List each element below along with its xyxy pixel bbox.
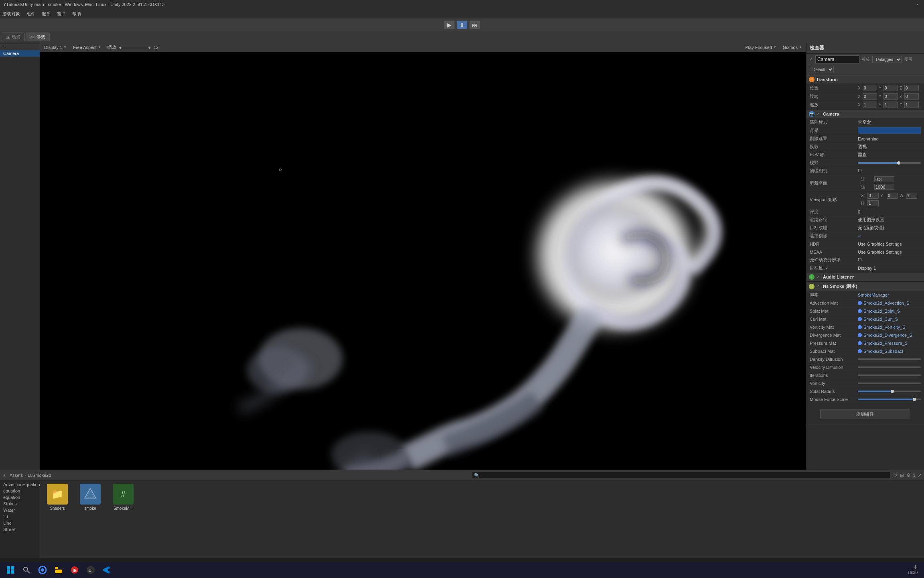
tab-game[interactable]: 🎮 游戏 [26,33,50,41]
background-color-swatch[interactable] [858,127,921,134]
filter-icon[interactable]: ⊞ [900,472,904,478]
tag-select[interactable]: Untagged [872,56,902,63]
object-name-input[interactable] [815,55,859,63]
close-button[interactable]: × [914,1,921,8]
fov-slider-container[interactable] [858,162,921,164]
vp-y-input[interactable] [887,193,898,199]
breadcrumb-assets[interactable]: Assets [10,473,23,478]
menu-item-component[interactable]: 组件 [26,11,35,17]
menu-item-services[interactable]: 服务 [42,11,51,17]
list-item-5[interactable]: 2d [0,513,40,520]
transform-header[interactable]: ↔ Transform [806,75,924,84]
step-button[interactable]: ⏭ [469,20,480,29]
msaa-value[interactable]: Use Graphics Settings [858,250,921,254]
audio-listener-header[interactable]: ♪ ✓ Audio Listener [806,273,924,281]
asset-search-input[interactable] [472,472,890,479]
gizmos-selector[interactable]: Gizmos ▼ [781,45,804,50]
taskbar-chrome[interactable] [35,564,50,576]
vp-w-input[interactable] [906,193,917,199]
velocity-diffusion-track[interactable] [858,366,921,368]
settings-icon[interactable]: ⚙ [906,472,911,478]
audio-enabled-check[interactable]: ✓ [816,275,820,280]
mouse-force-scale-track[interactable] [858,399,921,400]
aspect-selector[interactable]: Free Aspect ▼ [71,45,103,50]
taskbar-app3[interactable]: IE [67,564,82,576]
play-button[interactable]: ▶ [444,20,455,29]
vp-x-input[interactable] [867,193,879,199]
pause-button[interactable]: ⏸ [456,20,468,29]
divergence-mat-value[interactable]: Smoke2d_Divergence_S [863,333,912,338]
list-item-7[interactable]: Street [0,526,40,533]
occlusion-check[interactable] [858,234,921,238]
info-icon[interactable]: ℹ [913,472,915,478]
asset-item-shaders[interactable]: 📁 Shaders [43,484,71,511]
physical-camera-check[interactable]: ☐ [858,168,921,173]
script-value[interactable]: SmokeManager [858,293,889,297]
taskbar-search[interactable] [19,564,34,576]
list-item-3[interactable]: Stokes [0,501,40,507]
fov-slider[interactable] [858,162,921,164]
rotation-y-input[interactable] [883,93,898,100]
target-texture-value[interactable]: 无 (渲染纹理) [858,225,921,231]
asset-item-smokemanager[interactable]: # SmokeM... [109,484,137,511]
vorticity-mat-value[interactable]: Smoke2d_Vorticity_S [863,325,906,330]
curl-mat-value[interactable]: Smoke2d_Curl_S [863,317,898,322]
mouse-force-scale-slider[interactable] [858,399,921,400]
refresh-icon[interactable]: ⟳ [894,472,898,478]
scale-control[interactable]: 缩放 ●——————● 1x [106,44,160,51]
rotation-z-input[interactable] [904,93,919,100]
fov-axis-value[interactable]: 垂直 [858,152,921,158]
display-selector[interactable]: Display 1 ▼ [43,45,68,50]
projection-value[interactable]: 透视 [858,144,921,150]
layer-select[interactable]: Default [809,66,834,73]
depth-value[interactable]: 0 [858,210,921,214]
splat-mat-value[interactable]: Smoke2d_Splat_S [863,309,900,313]
iterations-track[interactable] [858,374,921,376]
list-item-4[interactable]: Water [0,507,40,513]
clipping-near-input[interactable] [874,176,894,182]
rotation-x-input[interactable] [863,93,877,100]
target-display-value[interactable]: Display 1 [858,266,921,271]
list-item-0[interactable]: AdvectionEquation [0,481,40,488]
camera-enabled-check[interactable]: ✓ [816,112,820,117]
scale-z-input[interactable] [904,102,919,108]
taskbar-unity[interactable]: U [83,564,98,576]
list-item-6[interactable]: Line [0,520,40,526]
vp-h-input[interactable] [867,200,879,206]
velocity-diffusion-slider[interactable] [858,366,921,368]
taskbar-explorer[interactable] [51,564,66,576]
asset-item-smoke[interactable]: smoke [76,484,104,511]
menu-item-window[interactable]: 窗口 [57,11,66,17]
clipping-far-input[interactable] [874,184,894,190]
splat-radius-slider[interactable] [858,391,921,392]
advection-mat-value[interactable]: Smoke2d_Advection_S [863,301,909,305]
density-diffusion-track[interactable] [858,358,921,360]
hdr-value[interactable]: Use Graphics Settings [858,242,921,246]
breadcrumb-smoke2d[interactable]: 10Smoke2d [28,473,51,478]
list-item-1[interactable]: equation [0,488,40,494]
menu-item-help[interactable]: 帮助 [72,11,81,17]
bottom-panel-expand[interactable]: ▲ [2,473,6,477]
dynamic-resolution-check[interactable]: ☐ [858,257,921,263]
clear-flags-value[interactable]: 天空盒 [858,119,921,125]
position-y-input[interactable] [883,85,898,91]
scale-x-input[interactable] [863,102,877,108]
list-item-2[interactable]: equation [0,494,40,501]
smoke-enabled-check[interactable]: ✓ [816,284,820,289]
hierarchy-item-camera[interactable]: Camera [0,50,40,57]
iterations-slider[interactable] [858,374,921,376]
taskbar-vscode[interactable] [99,564,114,576]
add-component-button[interactable]: 添加组件 [820,409,910,419]
splat-radius-track[interactable] [858,391,921,392]
tab-scene[interactable]: ⛰ 场景 [2,33,25,41]
expand-icon[interactable]: ⤢ [918,472,922,478]
subtract-mat-value[interactable]: Smoke2d_Substract [863,349,903,354]
ns-smoke-header[interactable]: ⬡ ✓ Ns Smoke (脚本) [806,282,924,291]
taskbar-start[interactable] [3,564,18,576]
position-z-input[interactable] [904,85,919,91]
pressure-mat-value[interactable]: Smoke2d_Pressure_S [863,341,908,346]
culling-mask-value[interactable]: Everything [858,136,921,141]
vorticity-track[interactable] [858,383,921,384]
play-focused-selector[interactable]: Play Focused ▼ [744,45,778,50]
position-x-input[interactable] [863,85,877,91]
